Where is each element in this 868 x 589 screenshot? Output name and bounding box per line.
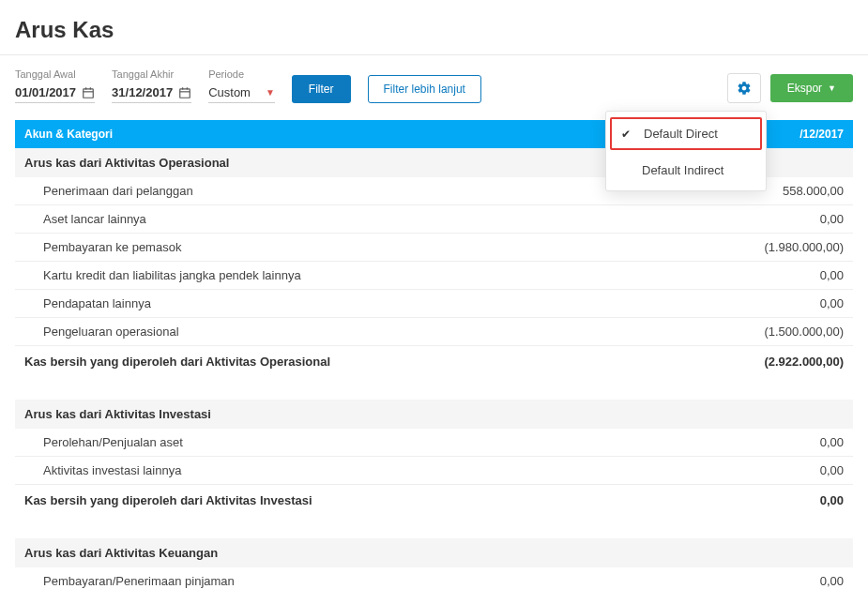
page-title: Arus Kas [15,17,853,43]
table-row: Pembayaran/Penerimaan pinjaman0,00 [15,567,853,589]
end-date-value: 31/12/2017 [112,85,173,99]
settings-button[interactable] [727,73,761,103]
table-row: Kartu kredit dan liabilitas jangka pende… [15,262,853,290]
table-row: Pembayaran ke pemasok(1.980.000,00) [15,234,853,262]
subtotal-value: 0,00 [650,485,853,517]
table-row: Perolehan/Penjualan aset0,00 [15,429,853,457]
advanced-filter-button[interactable]: Filter lebih lanjut [368,75,481,103]
period-field: Periode Custom ▼ [208,68,275,103]
toolbar: Tanggal Awal 01/01/2017 Tanggal Akhir 31… [0,55,868,120]
row-label[interactable]: Kartu kredit dan liabilitas jangka pende… [15,262,650,290]
end-date-input[interactable]: 31/12/2017 [112,83,191,103]
col-account: Akun & Kategori [15,120,650,148]
toolbar-right: Ekspor ▼ ✔ Default Direct Default Indire… [727,73,853,103]
row-label[interactable]: Perolehan/Penjualan aset [15,429,650,457]
calendar-icon [178,86,191,99]
row-label[interactable]: Pembayaran/Penerimaan pinjaman [15,567,650,589]
calendar-icon [82,86,95,99]
row-value: 0,00 [650,457,853,485]
section-title-cell: Arus kas dari Aktivitas Investasi [15,400,853,429]
dropdown-item-default-direct[interactable]: ✔ Default Direct [610,117,762,150]
row-value: 0,00 [650,429,853,457]
start-date-value: 01/01/2017 [15,85,76,99]
row-value: 0,00 [650,290,853,318]
period-select[interactable]: Custom ▼ [208,83,275,103]
caret-down-icon: ▼ [266,87,275,98]
gap-row [15,377,853,400]
row-value: 0,00 [650,205,853,234]
row-label[interactable]: Pembayaran ke pemasok [15,234,650,262]
section-title-row: Arus kas dari Aktivitas Keuangan [15,538,853,567]
section-title-row: Arus kas dari Aktivitas Investasi [15,400,853,429]
filter-button[interactable]: Filter [292,75,351,103]
gear-icon [737,81,752,96]
table-row: Aktivitas investasi lainnya0,00 [15,457,853,485]
start-date-label: Tanggal Awal [15,68,95,80]
row-value: (1.980.000,00) [650,234,853,262]
table-row: Pendapatan lainnya0,00 [15,290,853,318]
export-button[interactable]: Ekspor ▼ [770,74,853,102]
subtotal-row: Kas bersih yang diperoleh dari Aktivitas… [15,485,853,517]
caret-down-icon: ▼ [828,83,836,93]
table-row: Aset lancar lainnya0,00 [15,205,853,234]
settings-dropdown: ✔ Default Direct Default Indirect [605,111,767,191]
row-value: (1.500.000,00) [650,318,853,346]
row-value: 0,00 [650,262,853,290]
subtotal-row: Kas bersih yang diperoleh dari Aktivitas… [15,346,853,378]
export-label: Ekspor [787,82,822,95]
start-date-field: Tanggal Awal 01/01/2017 [15,68,95,103]
dropdown-item-label: Default Direct [644,127,718,141]
svg-rect-0 [84,88,94,97]
section-title-cell: Arus kas dari Aktivitas Keuangan [15,538,853,567]
row-label[interactable]: Pendapatan lainnya [15,290,650,318]
period-value: Custom [208,85,251,99]
row-label[interactable]: Aset lancar lainnya [15,205,650,234]
row-value: 0,00 [650,567,853,589]
row-label[interactable]: Pengeluaran operasional [15,318,650,346]
svg-rect-4 [180,88,190,97]
subtotal-label: Kas bersih yang diperoleh dari Aktivitas… [15,346,650,378]
period-label: Periode [208,68,275,80]
check-icon: ✔ [621,128,634,141]
dropdown-item-default-indirect[interactable]: Default Indirect [606,154,766,187]
start-date-input[interactable]: 01/01/2017 [15,83,95,103]
row-label[interactable]: Aktivitas investasi lainnya [15,457,650,485]
end-date-label: Tanggal Akhir [112,68,191,80]
dropdown-item-label: Default Indirect [642,163,723,177]
subtotal-value: (2.922.000,00) [650,346,853,378]
subtotal-label: Kas bersih yang diperoleh dari Aktivitas… [15,485,650,517]
row-label[interactable]: Penerimaan dari pelanggan [15,177,650,205]
gap-row [15,516,853,538]
end-date-field: Tanggal Akhir 31/12/2017 [112,68,191,103]
table-row: Pengeluaran operasional(1.500.000,00) [15,318,853,346]
